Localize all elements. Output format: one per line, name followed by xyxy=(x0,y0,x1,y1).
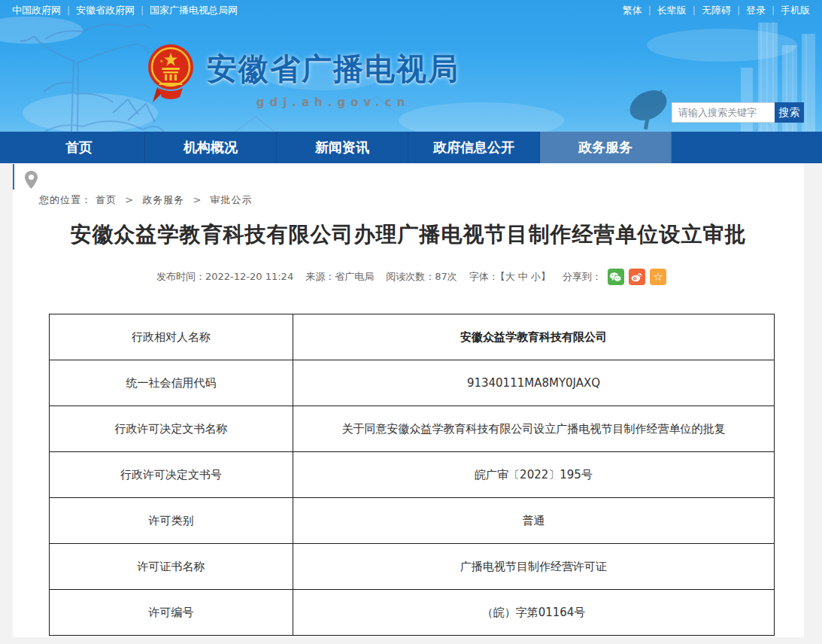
link-accessibility[interactable]: 无障碍 xyxy=(702,4,731,17)
site-logo[interactable]: 安徽省广播电视局 gdj.ah.gov.cn xyxy=(147,44,460,109)
share-weibo-icon[interactable] xyxy=(629,269,645,285)
separator: | xyxy=(693,5,696,16)
row-value: 安徽众益学教育科技有限公司 xyxy=(293,314,775,360)
row-value: 91340111MA8MY0JAXQ xyxy=(293,360,775,406)
table-row: 统一社会信用代码 91340111MA8MY0JAXQ xyxy=(50,360,775,406)
utility-links: 繁体 | 长辈版 | 无障碍 | 登录 | 手机版 xyxy=(623,4,810,17)
font-size-options[interactable]: 【大 中 小】 xyxy=(496,270,551,284)
row-label: 行政许可决定文书名称 xyxy=(50,406,293,452)
article-meta: 发布时间：2022-12-20 11:24 来源：省广电局 阅读次数：87次 字… xyxy=(13,269,804,285)
gov-site-links: 中国政府网 | 安徽省政府网 | 国家广播电视总局网 xyxy=(12,4,238,17)
nav-item-news[interactable]: 新闻资讯 xyxy=(277,132,408,163)
nav-item-gov-services[interactable]: 政务服务 xyxy=(540,132,672,163)
link-anhui-gov[interactable]: 安徽省政府网 xyxy=(76,4,135,17)
article-title: 安徽众益学教育科技有限公司办理广播电视节目制作经营单位设立审批 xyxy=(13,220,804,249)
publish-time: 发布时间：2022-12-20 11:24 xyxy=(156,270,293,284)
star-glyph: ☆ xyxy=(653,272,663,283)
left-accent-bar xyxy=(13,164,14,190)
breadcrumb-gov-services[interactable]: 政务服务 xyxy=(142,194,184,205)
table-row: 行政相对人名称 安徽众益学教育科技有限公司 xyxy=(50,314,775,360)
site-title-block: 安徽省广播电视局 gdj.ah.gov.cn xyxy=(207,44,460,109)
table-row: 许可类别 普通 xyxy=(50,498,775,544)
source: 来源：省广电局 xyxy=(305,270,374,284)
row-value: 皖广审〔2022〕195号 xyxy=(293,452,775,498)
separator: | xyxy=(67,5,70,16)
breadcrumb-separator: > xyxy=(125,194,134,205)
share-more-star-icon[interactable]: ☆ xyxy=(650,269,666,285)
breadcrumb: 您的位置： 首页 > 政务服务 > 审批公示 xyxy=(39,193,253,207)
national-emblem-icon xyxy=(147,44,195,104)
search-input[interactable] xyxy=(672,102,775,123)
table-row: 许可证书名称 广播电视节目制作经营许可证 xyxy=(50,544,775,590)
nav-item-gov-info[interactable]: 政府信息公开 xyxy=(408,132,540,163)
view-count: 阅读次数：87次 xyxy=(386,270,457,284)
row-label: 行政许可决定文书号 xyxy=(50,452,293,498)
separator: | xyxy=(141,5,144,16)
site-url: gdj.ah.gov.cn xyxy=(207,96,460,109)
link-mobile-version[interactable]: 手机版 xyxy=(781,4,810,17)
row-label: 统一社会信用代码 xyxy=(50,360,293,406)
link-login[interactable]: 登录 xyxy=(746,4,766,17)
row-label: 许可编号 xyxy=(50,590,293,636)
main-navigation: 首页 机构概况 新闻资讯 政府信息公开 政务服务 xyxy=(0,132,822,163)
nav-item-home[interactable]: 首页 xyxy=(14,132,145,163)
row-value: 关于同意安徽众益学教育科技有限公司设立广播电视节目制作经营单位的批复 xyxy=(293,406,775,452)
link-nrta[interactable]: 国家广播电视总局网 xyxy=(150,4,238,17)
breadcrumb-home[interactable]: 首页 xyxy=(96,194,117,205)
site-search: 搜索 xyxy=(672,102,804,123)
row-label: 许可证书名称 xyxy=(50,544,293,590)
table-row: 行政许可决定文书号 皖广审〔2022〕195号 xyxy=(50,452,775,498)
table-row: 行政许可决定文书名称 关于同意安徽众益学教育科技有限公司设立广播电视节目制作经营… xyxy=(50,406,775,452)
main-content: 您的位置： 首页 > 政务服务 > 审批公示 安徽众益学教育科技有限公司办理广播… xyxy=(13,163,804,637)
separator: | xyxy=(772,5,775,16)
site-name[interactable]: 安徽省广播电视局 xyxy=(207,48,460,90)
share-wechat-icon[interactable] xyxy=(608,269,624,285)
row-label: 许可类别 xyxy=(50,498,293,544)
breadcrumb-approval-publicity[interactable]: 审批公示 xyxy=(211,194,253,205)
separator: | xyxy=(737,5,740,16)
table-row: 许可编号 （皖）字第01164号 xyxy=(50,590,775,636)
nav-item-organization[interactable]: 机构概况 xyxy=(145,132,277,163)
row-value: 广播电视节目制作经营许可证 xyxy=(293,544,775,590)
link-china-gov[interactable]: 中国政府网 xyxy=(12,4,61,17)
page-bottom-gutter xyxy=(0,637,822,644)
location-pin-icon xyxy=(25,171,38,189)
row-value: （皖）字第01164号 xyxy=(293,590,775,636)
separator: | xyxy=(648,5,651,16)
row-value: 普通 xyxy=(293,498,775,544)
share-label: 分享到： xyxy=(563,270,602,284)
row-label: 行政相对人名称 xyxy=(50,314,293,360)
search-button[interactable]: 搜索 xyxy=(775,102,804,123)
link-senior-version[interactable]: 长辈版 xyxy=(657,4,687,17)
top-utility-bar: 中国政府网 | 安徽省政府网 | 国家广播电视总局网 繁体 | 长辈版 | 无障… xyxy=(0,0,822,21)
satellite-dish-art xyxy=(625,84,672,129)
breadcrumb-prefix: 您的位置： xyxy=(39,194,92,205)
breadcrumb-separator: > xyxy=(193,194,202,205)
font-size-label: 字体： xyxy=(469,270,499,284)
license-info-table: 行政相对人名称 安徽众益学教育科技有限公司 统一社会信用代码 91340111M… xyxy=(49,314,775,636)
link-traditional-chinese[interactable]: 繁体 xyxy=(623,4,642,17)
